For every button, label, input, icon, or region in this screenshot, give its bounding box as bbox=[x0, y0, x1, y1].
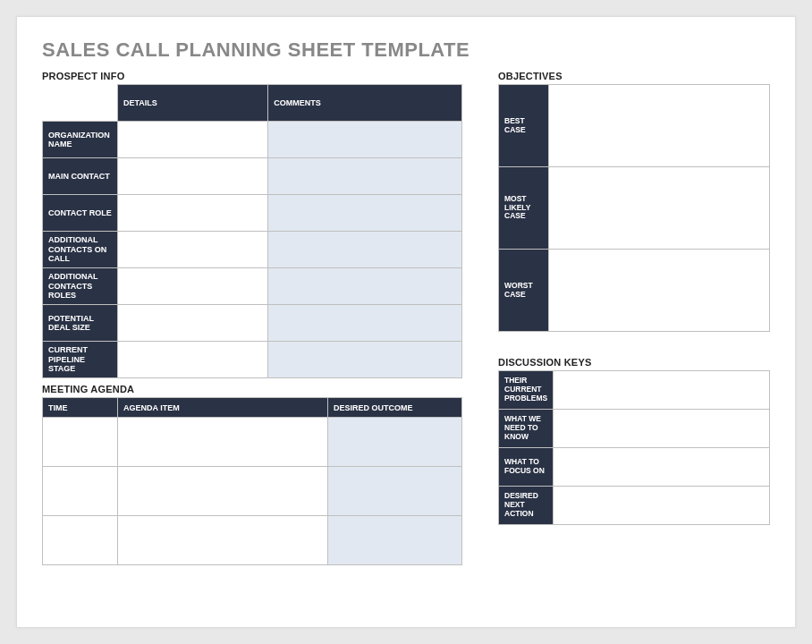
value-cell[interactable] bbox=[549, 250, 770, 332]
comments-cell[interactable] bbox=[268, 305, 462, 342]
agenda-table: TIME AGENDA ITEM DESIRED OUTCOME bbox=[42, 397, 462, 565]
table-row: DESIRED NEXT ACTION bbox=[499, 487, 770, 525]
columns-wrapper: PROSPECT INFO DETAILS COMMENTS ORGANIZAT… bbox=[42, 65, 770, 565]
value-cell[interactable] bbox=[554, 371, 770, 410]
outcome-cell[interactable] bbox=[328, 516, 462, 565]
item-cell[interactable] bbox=[118, 467, 328, 516]
details-cell[interactable] bbox=[118, 268, 268, 305]
document-page: SALES CALL PLANNING SHEET TEMPLATE PROSP… bbox=[16, 16, 796, 628]
row-label: WHAT TO FOCUS ON bbox=[499, 448, 554, 487]
details-cell[interactable] bbox=[118, 342, 268, 378]
outcome-header: DESIRED OUTCOME bbox=[328, 398, 462, 418]
table-row: ORGANIZATION NAME bbox=[43, 122, 462, 158]
table-row: CURRENT PIPELINE STAGE bbox=[43, 342, 462, 378]
comments-cell[interactable] bbox=[268, 268, 462, 305]
value-cell[interactable] bbox=[549, 85, 770, 167]
objectives-section-label: OBJECTIVES bbox=[498, 71, 770, 81]
row-label: CURRENT PIPELINE STAGE bbox=[43, 342, 118, 378]
row-label: BEST CASE bbox=[499, 85, 549, 167]
table-row: BEST CASE bbox=[499, 85, 770, 167]
item-cell[interactable] bbox=[118, 516, 328, 565]
discussion-table: THEIR CURRENT PROBLEMS WHAT WE NEED TO K… bbox=[498, 370, 770, 525]
row-label: THEIR CURRENT PROBLEMS bbox=[499, 371, 554, 410]
details-cell[interactable] bbox=[118, 158, 268, 195]
row-label: DESIRED NEXT ACTION bbox=[499, 487, 554, 525]
table-row: MAIN CONTACT bbox=[43, 158, 462, 195]
row-label: WHAT WE NEED TO KNOW bbox=[499, 410, 554, 448]
details-cell[interactable] bbox=[118, 232, 268, 268]
table-row bbox=[43, 418, 462, 467]
table-row: WHAT WE NEED TO KNOW bbox=[499, 410, 770, 448]
comments-header: COMMENTS bbox=[268, 85, 462, 122]
page-title: SALES CALL PLANNING SHEET TEMPLATE bbox=[42, 38, 770, 62]
time-header: TIME bbox=[43, 398, 118, 418]
right-column: OBJECTIVES BEST CASE MOST LIKELY CASE WO… bbox=[498, 65, 770, 565]
agenda-section-label: MEETING AGENDA bbox=[42, 384, 462, 394]
table-row: CONTACT ROLE bbox=[43, 195, 462, 232]
table-row: WORST CASE bbox=[499, 250, 770, 332]
prospect-section-label: PROSPECT INFO bbox=[42, 71, 462, 81]
table-row: POTENTIAL DEAL SIZE bbox=[43, 305, 462, 342]
details-cell[interactable] bbox=[118, 195, 268, 232]
row-label: ADDITIONAL CONTACTS ROLES bbox=[43, 268, 118, 305]
table-row: MOST LIKELY CASE bbox=[499, 167, 770, 250]
comments-cell[interactable] bbox=[268, 122, 462, 158]
row-label: MAIN CONTACT bbox=[43, 158, 118, 195]
value-cell[interactable] bbox=[554, 410, 770, 448]
comments-cell[interactable] bbox=[268, 232, 462, 268]
table-row bbox=[43, 516, 462, 565]
table-row: ADDITIONAL CONTACTS ROLES bbox=[43, 268, 462, 305]
comments-cell[interactable] bbox=[268, 158, 462, 195]
value-cell[interactable] bbox=[549, 167, 770, 250]
row-label: CONTACT ROLE bbox=[43, 195, 118, 232]
table-row: WHAT TO FOCUS ON bbox=[499, 448, 770, 487]
comments-cell[interactable] bbox=[268, 342, 462, 378]
prospect-table: DETAILS COMMENTS ORGANIZATION NAME MAIN … bbox=[42, 84, 462, 378]
details-cell[interactable] bbox=[118, 305, 268, 342]
comments-cell[interactable] bbox=[268, 195, 462, 232]
row-label: MOST LIKELY CASE bbox=[499, 167, 549, 250]
table-row: ADDITIONAL CONTACTS ON CALL bbox=[43, 232, 462, 268]
value-cell[interactable] bbox=[554, 448, 770, 487]
item-cell[interactable] bbox=[118, 418, 328, 467]
time-cell[interactable] bbox=[43, 418, 118, 467]
agenda-header-row: TIME AGENDA ITEM DESIRED OUTCOME bbox=[43, 398, 462, 418]
outcome-cell[interactable] bbox=[328, 467, 462, 516]
discussion-section-label: DISCUSSION KEYS bbox=[498, 357, 770, 368]
time-cell[interactable] bbox=[43, 467, 118, 516]
outcome-cell[interactable] bbox=[328, 418, 462, 467]
details-header: DETAILS bbox=[118, 85, 268, 122]
value-cell[interactable] bbox=[554, 487, 770, 525]
row-label: ORGANIZATION NAME bbox=[43, 122, 118, 158]
time-cell[interactable] bbox=[43, 516, 118, 565]
row-label: WORST CASE bbox=[499, 250, 549, 332]
item-header: AGENDA ITEM bbox=[118, 398, 328, 418]
left-column: PROSPECT INFO DETAILS COMMENTS ORGANIZAT… bbox=[42, 65, 462, 565]
table-row: THEIR CURRENT PROBLEMS bbox=[499, 371, 770, 410]
objectives-table: BEST CASE MOST LIKELY CASE WORST CASE bbox=[498, 84, 770, 332]
details-cell[interactable] bbox=[118, 122, 268, 158]
row-label: POTENTIAL DEAL SIZE bbox=[43, 305, 118, 342]
table-row bbox=[43, 467, 462, 516]
row-label: ADDITIONAL CONTACTS ON CALL bbox=[43, 232, 118, 268]
prospect-header-row: DETAILS COMMENTS bbox=[43, 85, 462, 122]
